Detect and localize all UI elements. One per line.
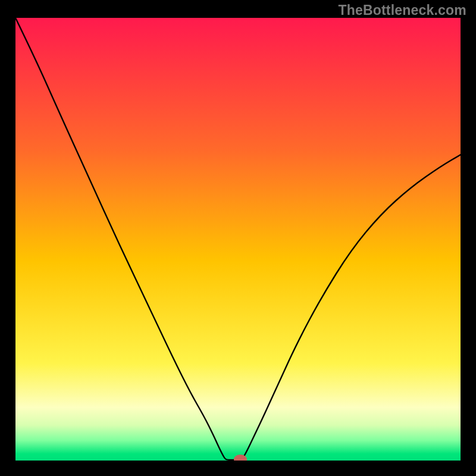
watermark-text: TheBottleneck.com xyxy=(338,2,466,18)
gradient-background xyxy=(15,18,461,461)
chart-svg xyxy=(0,0,476,476)
optimum-marker xyxy=(234,455,247,464)
chart-frame: TheBottleneck.com xyxy=(0,0,476,476)
